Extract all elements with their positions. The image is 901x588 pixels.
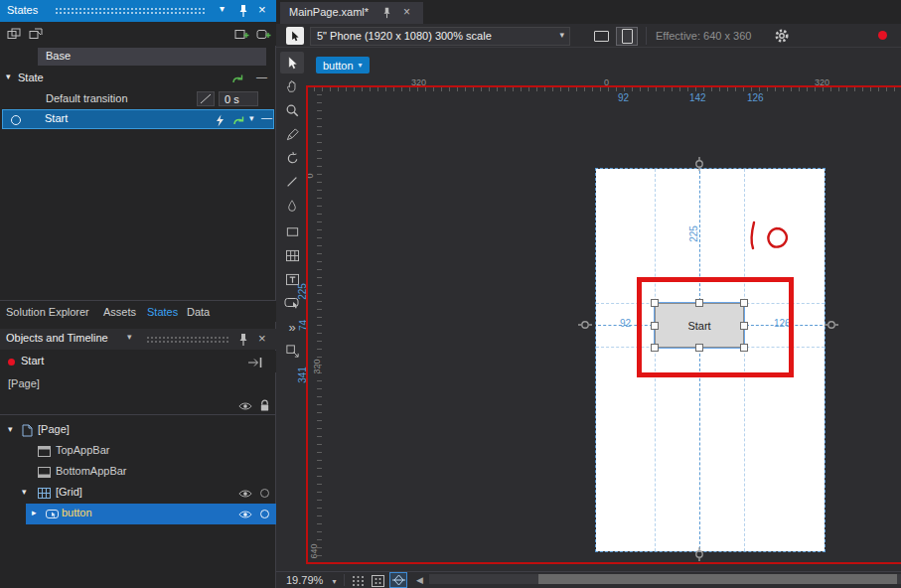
- scroll-left-button[interactable]: ◀: [416, 575, 423, 585]
- visibility-eye-icon[interactable]: [238, 401, 252, 411]
- base-state-label: Base: [46, 50, 71, 62]
- state-record-dot[interactable]: [11, 115, 21, 125]
- pin-icon[interactable]: [238, 4, 248, 18]
- orientation-portrait-button[interactable]: [616, 27, 638, 46]
- anchor-left-icon[interactable]: [578, 320, 592, 330]
- objects-panel-header[interactable]: Objects and Timeline ▾ ×: [0, 329, 276, 350]
- device-preset-select[interactable]: 5" Phone (1920 x 1080) 300% scale ▾: [310, 27, 570, 46]
- breadcrumb-element-chip[interactable]: button ▾: [316, 57, 370, 74]
- anchor-right-icon[interactable]: [825, 320, 838, 330]
- objects-close-icon[interactable]: ×: [258, 331, 266, 346]
- zoom-bar-separator: [344, 574, 345, 586]
- base-state-bar[interactable]: Base: [38, 48, 266, 66]
- tab-data[interactable]: Data: [187, 306, 210, 318]
- toolbar-separator: [646, 27, 647, 45]
- easing-function-button[interactable]: [197, 91, 215, 106]
- selection-pointer-button[interactable]: [286, 27, 304, 45]
- default-transition-row: Default transition 0 s: [0, 89, 276, 109]
- tree-label-topappbar: TopAppBar: [56, 444, 109, 456]
- window-menu-caret-icon[interactable]: ▾: [220, 3, 225, 14]
- start-state-row[interactable]: Start ▾ —: [2, 109, 274, 129]
- objects-pin-icon[interactable]: [238, 333, 248, 347]
- layout-panel-tool-icon[interactable]: [280, 244, 304, 266]
- objects-panel-title: Objects and Timeline: [6, 332, 108, 344]
- zoom-tool-icon[interactable]: [280, 99, 304, 121]
- grid-pin-ring-icon[interactable]: [260, 489, 269, 498]
- panel-drag-grip[interactable]: [56, 8, 207, 14]
- objects-panel-caret-icon[interactable]: ▾: [127, 332, 132, 342]
- eyedropper-tool-icon[interactable]: [280, 195, 304, 217]
- states-panel-header[interactable]: States ▾ ×: [0, 0, 276, 22]
- line-tool-icon[interactable]: [280, 171, 304, 193]
- zoom-caret-icon: ▾: [332, 577, 336, 586]
- landscape-icon: [594, 31, 609, 42]
- grid-expander-icon[interactable]: ▾: [22, 487, 27, 497]
- snap-to-snaplines-toggle[interactable]: [389, 572, 407, 588]
- page-expander-icon[interactable]: ▾: [8, 424, 13, 434]
- double-chevron-glyph: »: [288, 320, 295, 335]
- portrait-icon: [622, 29, 633, 44]
- topappbar-icon: [38, 446, 51, 457]
- pan-tool-icon[interactable]: [280, 75, 304, 97]
- designer-settings-gear-icon[interactable]: [774, 28, 790, 44]
- tools-strip: »: [280, 48, 306, 366]
- close-icon[interactable]: ×: [258, 2, 266, 17]
- document-pin-icon[interactable]: [382, 7, 391, 19]
- scope-row[interactable]: [Page]: [0, 374, 276, 394]
- tree-row-button[interactable]: ▸ button: [0, 504, 276, 524]
- transition-effect-icon[interactable]: [231, 113, 247, 127]
- anchor-top-icon[interactable]: [694, 157, 704, 171]
- state-group-expander-icon[interactable]: ▾: [6, 72, 11, 81]
- anchor-bottom-icon[interactable]: [694, 547, 704, 561]
- zoom-level-select[interactable]: 19.79% ▾: [286, 574, 336, 586]
- horizontal-scrollbar-track[interactable]: [429, 574, 901, 584]
- button-expander-icon[interactable]: ▸: [32, 508, 37, 517]
- add-state-button[interactable]: [254, 26, 272, 42]
- tree-label-grid: [Grid]: [56, 486, 82, 498]
- remove-state-group-icon[interactable]: —: [256, 71, 267, 82]
- default-transition-label: Default transition: [46, 92, 128, 104]
- grid-eye-icon[interactable]: [238, 489, 252, 499]
- rectangle-tool-icon[interactable]: [280, 220, 304, 242]
- document-close-icon[interactable]: ×: [403, 5, 410, 19]
- tree-row-page[interactable]: ▾ [Page]: [0, 420, 276, 441]
- button-eye-icon[interactable]: [238, 510, 252, 519]
- left-dock-panel: States ▾ × Base: [0, 0, 276, 588]
- transition-preview-toggle-icon[interactable]: [5, 26, 23, 42]
- snap-to-grid-icon[interactable]: [370, 573, 385, 588]
- storyboard-name: Start: [21, 355, 44, 367]
- storyboard-row[interactable]: Start: [0, 351, 276, 372]
- scope-label: [Page]: [8, 377, 40, 389]
- horizontal-scrollbar-thumb[interactable]: [538, 574, 897, 584]
- state-group-row[interactable]: ▾ State —: [0, 70, 276, 88]
- objects-panel-grip[interactable]: [147, 337, 228, 343]
- tab-assets[interactable]: Assets: [103, 306, 136, 318]
- tree-row-bottomappbar[interactable]: BottomAppBar: [0, 462, 276, 483]
- tree-label-bottomappbar: BottomAppBar: [56, 465, 127, 477]
- fluid-layout-toggle-icon[interactable]: [27, 26, 45, 42]
- show-grid-icon[interactable]: [350, 573, 366, 588]
- tab-solution-explorer[interactable]: Solution Explorer: [6, 306, 89, 318]
- button-pin-ring-icon[interactable]: [260, 510, 269, 518]
- add-state-group-button[interactable]: [232, 26, 250, 42]
- pen-tool-icon[interactable]: [280, 123, 304, 145]
- lock-icon[interactable]: [259, 399, 270, 412]
- selection-tool-icon[interactable]: [280, 52, 304, 74]
- add-transition-icon[interactable]: [230, 72, 246, 85]
- panel-tab-strip: Solution Explorer Assets States Data: [0, 300, 276, 322]
- tree-row-grid[interactable]: ▾ [Grid]: [0, 483, 276, 504]
- tab-states[interactable]: States: [147, 306, 178, 318]
- brush-transform-tool-icon[interactable]: [280, 147, 304, 169]
- asset-tool-icon[interactable]: [280, 340, 304, 362]
- orientation-landscape-button[interactable]: [590, 27, 612, 46]
- document-tab[interactable]: MainPage.xaml* ×: [280, 2, 423, 24]
- device-preset-caret-icon: ▾: [559, 30, 564, 40]
- page-icon: [22, 424, 33, 437]
- base-state-row[interactable]: Base: [0, 47, 276, 67]
- tree-row-topappbar[interactable]: TopAppBar: [0, 441, 276, 462]
- state-options-caret-icon[interactable]: ▾: [249, 113, 254, 123]
- transition-duration-field[interactable]: 0 s: [219, 91, 258, 106]
- remove-state-icon[interactable]: —: [261, 111, 272, 123]
- close-storyboard-icon[interactable]: [246, 356, 264, 368]
- update-state-thumbnail-icon[interactable]: [214, 113, 225, 127]
